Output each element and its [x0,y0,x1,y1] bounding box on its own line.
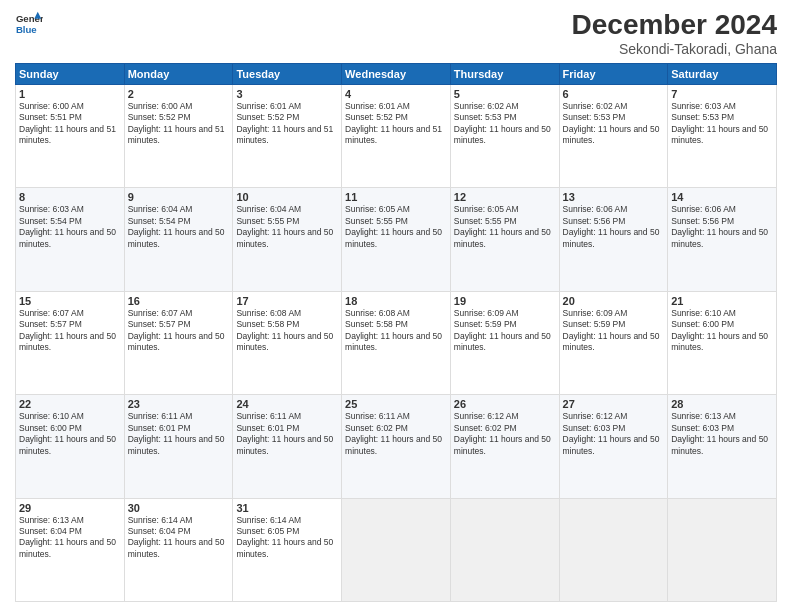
table-row [668,498,777,601]
day-number: 7 [671,88,773,100]
cell-info: Sunrise: 6:00 AM Sunset: 5:51 PM Dayligh… [19,101,121,147]
day-number: 8 [19,191,121,203]
cell-info: Sunrise: 6:02 AM Sunset: 5:53 PM Dayligh… [563,101,665,147]
table-row: 6Sunrise: 6:02 AM Sunset: 5:53 PM Daylig… [559,84,668,187]
col-wednesday: Wednesday [342,63,451,84]
cell-info: Sunrise: 6:08 AM Sunset: 5:58 PM Dayligh… [345,308,447,354]
cell-info: Sunrise: 6:04 AM Sunset: 5:55 PM Dayligh… [236,204,338,250]
table-row: 7Sunrise: 6:03 AM Sunset: 5:53 PM Daylig… [668,84,777,187]
subtitle: Sekondi-Takoradi, Ghana [572,41,777,57]
cell-info: Sunrise: 6:09 AM Sunset: 5:59 PM Dayligh… [563,308,665,354]
table-row: 4Sunrise: 6:01 AM Sunset: 5:52 PM Daylig… [342,84,451,187]
table-row: 20Sunrise: 6:09 AM Sunset: 5:59 PM Dayli… [559,291,668,394]
cell-info: Sunrise: 6:01 AM Sunset: 5:52 PM Dayligh… [236,101,338,147]
cell-info: Sunrise: 6:07 AM Sunset: 5:57 PM Dayligh… [19,308,121,354]
table-row [450,498,559,601]
page: General Blue December 2024 Sekondi-Takor… [0,0,792,612]
cell-info: Sunrise: 6:00 AM Sunset: 5:52 PM Dayligh… [128,101,230,147]
cell-info: Sunrise: 6:11 AM Sunset: 6:02 PM Dayligh… [345,411,447,457]
table-row: 3Sunrise: 6:01 AM Sunset: 5:52 PM Daylig… [233,84,342,187]
table-row: 5Sunrise: 6:02 AM Sunset: 5:53 PM Daylig… [450,84,559,187]
logo-icon: General Blue [15,10,43,38]
day-number: 29 [19,502,121,514]
cell-info: Sunrise: 6:14 AM Sunset: 6:04 PM Dayligh… [128,515,230,561]
day-number: 9 [128,191,230,203]
cell-info: Sunrise: 6:13 AM Sunset: 6:04 PM Dayligh… [19,515,121,561]
table-row [342,498,451,601]
cell-info: Sunrise: 6:06 AM Sunset: 5:56 PM Dayligh… [671,204,773,250]
cell-info: Sunrise: 6:12 AM Sunset: 6:03 PM Dayligh… [563,411,665,457]
day-number: 12 [454,191,556,203]
cell-info: Sunrise: 6:14 AM Sunset: 6:05 PM Dayligh… [236,515,338,561]
col-sunday: Sunday [16,63,125,84]
day-number: 19 [454,295,556,307]
cell-info: Sunrise: 6:03 AM Sunset: 5:53 PM Dayligh… [671,101,773,147]
day-number: 4 [345,88,447,100]
cell-info: Sunrise: 6:01 AM Sunset: 5:52 PM Dayligh… [345,101,447,147]
table-row: 24Sunrise: 6:11 AM Sunset: 6:01 PM Dayli… [233,395,342,498]
day-number: 17 [236,295,338,307]
week-row-1: 1Sunrise: 6:00 AM Sunset: 5:51 PM Daylig… [16,84,777,187]
logo: General Blue [15,10,43,38]
table-row: 26Sunrise: 6:12 AM Sunset: 6:02 PM Dayli… [450,395,559,498]
table-row: 14Sunrise: 6:06 AM Sunset: 5:56 PM Dayli… [668,188,777,291]
day-number: 1 [19,88,121,100]
table-row [559,498,668,601]
day-number: 28 [671,398,773,410]
cell-info: Sunrise: 6:13 AM Sunset: 6:03 PM Dayligh… [671,411,773,457]
col-saturday: Saturday [668,63,777,84]
table-row: 18Sunrise: 6:08 AM Sunset: 5:58 PM Dayli… [342,291,451,394]
col-friday: Friday [559,63,668,84]
table-row: 10Sunrise: 6:04 AM Sunset: 5:55 PM Dayli… [233,188,342,291]
cell-info: Sunrise: 6:10 AM Sunset: 6:00 PM Dayligh… [671,308,773,354]
table-row: 1Sunrise: 6:00 AM Sunset: 5:51 PM Daylig… [16,84,125,187]
table-row: 13Sunrise: 6:06 AM Sunset: 5:56 PM Dayli… [559,188,668,291]
cell-info: Sunrise: 6:08 AM Sunset: 5:58 PM Dayligh… [236,308,338,354]
cell-info: Sunrise: 6:03 AM Sunset: 5:54 PM Dayligh… [19,204,121,250]
cell-info: Sunrise: 6:06 AM Sunset: 5:56 PM Dayligh… [563,204,665,250]
table-row: 27Sunrise: 6:12 AM Sunset: 6:03 PM Dayli… [559,395,668,498]
cell-info: Sunrise: 6:11 AM Sunset: 6:01 PM Dayligh… [236,411,338,457]
table-row: 29Sunrise: 6:13 AM Sunset: 6:04 PM Dayli… [16,498,125,601]
table-row: 9Sunrise: 6:04 AM Sunset: 5:54 PM Daylig… [124,188,233,291]
title-section: December 2024 Sekondi-Takoradi, Ghana [572,10,777,57]
day-number: 20 [563,295,665,307]
day-number: 27 [563,398,665,410]
table-row: 19Sunrise: 6:09 AM Sunset: 5:59 PM Dayli… [450,291,559,394]
table-row: 22Sunrise: 6:10 AM Sunset: 6:00 PM Dayli… [16,395,125,498]
table-row: 11Sunrise: 6:05 AM Sunset: 5:55 PM Dayli… [342,188,451,291]
day-number: 6 [563,88,665,100]
day-number: 11 [345,191,447,203]
day-number: 16 [128,295,230,307]
table-row: 30Sunrise: 6:14 AM Sunset: 6:04 PM Dayli… [124,498,233,601]
week-row-2: 8Sunrise: 6:03 AM Sunset: 5:54 PM Daylig… [16,188,777,291]
cell-info: Sunrise: 6:05 AM Sunset: 5:55 PM Dayligh… [454,204,556,250]
table-row: 23Sunrise: 6:11 AM Sunset: 6:01 PM Dayli… [124,395,233,498]
cell-info: Sunrise: 6:11 AM Sunset: 6:01 PM Dayligh… [128,411,230,457]
day-number: 13 [563,191,665,203]
main-title: December 2024 [572,10,777,41]
table-row: 28Sunrise: 6:13 AM Sunset: 6:03 PM Dayli… [668,395,777,498]
cell-info: Sunrise: 6:04 AM Sunset: 5:54 PM Dayligh… [128,204,230,250]
calendar-table: Sunday Monday Tuesday Wednesday Thursday… [15,63,777,602]
day-number: 23 [128,398,230,410]
col-monday: Monday [124,63,233,84]
day-number: 18 [345,295,447,307]
day-number: 22 [19,398,121,410]
table-row: 15Sunrise: 6:07 AM Sunset: 5:57 PM Dayli… [16,291,125,394]
cell-info: Sunrise: 6:12 AM Sunset: 6:02 PM Dayligh… [454,411,556,457]
day-number: 21 [671,295,773,307]
day-number: 14 [671,191,773,203]
svg-text:Blue: Blue [16,24,37,35]
week-row-4: 22Sunrise: 6:10 AM Sunset: 6:00 PM Dayli… [16,395,777,498]
day-number: 2 [128,88,230,100]
header: General Blue December 2024 Sekondi-Takor… [15,10,777,57]
cell-info: Sunrise: 6:07 AM Sunset: 5:57 PM Dayligh… [128,308,230,354]
cell-info: Sunrise: 6:02 AM Sunset: 5:53 PM Dayligh… [454,101,556,147]
table-row: 12Sunrise: 6:05 AM Sunset: 5:55 PM Dayli… [450,188,559,291]
day-number: 31 [236,502,338,514]
header-row: Sunday Monday Tuesday Wednesday Thursday… [16,63,777,84]
day-number: 30 [128,502,230,514]
day-number: 25 [345,398,447,410]
table-row: 31Sunrise: 6:14 AM Sunset: 6:05 PM Dayli… [233,498,342,601]
